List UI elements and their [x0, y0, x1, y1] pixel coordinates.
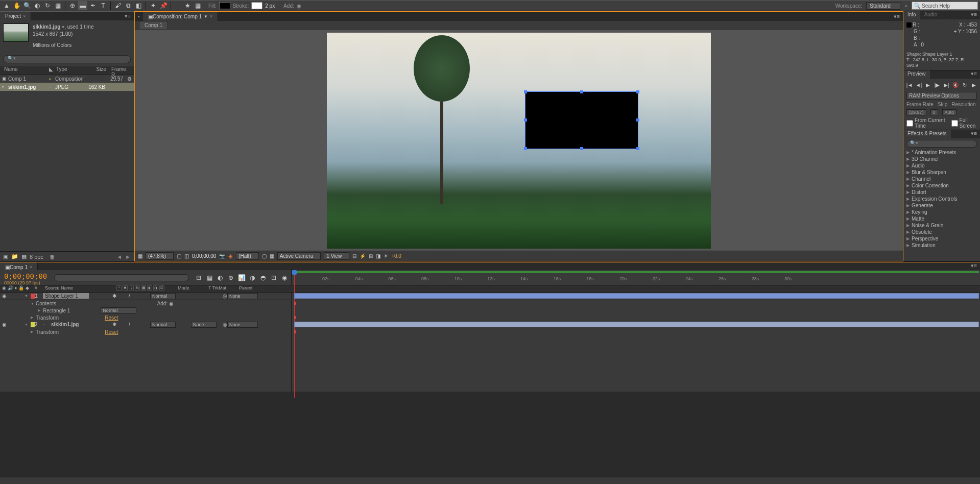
- project-row-image[interactable]: ▫ sikkim1.jpg ▪ JPEG 162 KB: [0, 83, 134, 91]
- switch-column-icon[interactable]: ⊡: [269, 273, 278, 282]
- alpha-icon[interactable]: ▦: [138, 253, 142, 259]
- project-search-input[interactable]: 🔍▾: [3, 55, 131, 63]
- label-icon[interactable]: ◆: [26, 285, 29, 291]
- timeline-icon[interactable]: ⊞: [369, 253, 373, 259]
- comp-subtab[interactable]: Comp 1: [139, 21, 168, 29]
- flowchart-icon[interactable]: ◨: [376, 253, 380, 259]
- info-tab[interactable]: Info: [903, 11, 920, 19]
- roto-tool-icon[interactable]: ✦: [149, 1, 158, 10]
- composition-tab[interactable]: ▣ Composition: Comp 1 ▼×: [143, 12, 218, 21]
- preview-tab[interactable]: Preview: [903, 70, 930, 79]
- orbit-tool-icon[interactable]: ◐: [33, 1, 42, 10]
- trkmat-dropdown[interactable]: None: [191, 322, 217, 328]
- ram-preview-icon[interactable]: ▶: [970, 81, 977, 88]
- effect-category[interactable]: ▶Obsolete: [903, 229, 980, 235]
- zoom-dropdown[interactable]: (47.8%): [146, 252, 174, 260]
- layer-row-2[interactable]: ◉ ▼ 2 ▫ sikkim1.jpg ✱/ Normal None ◎ Non…: [0, 321, 980, 328]
- first-frame-icon[interactable]: |◄: [906, 81, 913, 88]
- frame-blend-icon[interactable]: ▦: [205, 273, 214, 282]
- effect-category[interactable]: ▶Blur & Sharpen: [903, 169, 980, 176]
- exposure-value[interactable]: +0.0: [391, 253, 401, 259]
- effect-category[interactable]: ▶3D Channel: [903, 156, 980, 162]
- layer-duration-bar[interactable]: [294, 322, 979, 327]
- effect-category[interactable]: ▶Expression Controls: [903, 196, 980, 202]
- last-frame-icon[interactable]: ▶|: [943, 81, 950, 88]
- stroke-swatch[interactable]: [251, 2, 262, 9]
- mute-icon[interactable]: 🔇: [952, 81, 959, 88]
- reset-exposure-icon[interactable]: ☀: [384, 253, 388, 259]
- project-row-comp[interactable]: ▣ Comp 1 ▪ Composition 29.97 ⚙: [0, 75, 134, 83]
- parent-pick-icon[interactable]: ◎: [223, 322, 227, 327]
- res-dropdown[interactable]: Auto: [942, 109, 957, 115]
- audio-tab[interactable]: Audio: [920, 11, 942, 19]
- project-tab[interactable]: Project×: [0, 12, 31, 21]
- time-display[interactable]: 0;00;00;00: [192, 253, 216, 259]
- clone-tool-icon[interactable]: ⧉: [124, 1, 133, 10]
- prev-frame-icon[interactable]: ◄|: [915, 81, 922, 88]
- loop-icon[interactable]: ↻: [961, 81, 968, 88]
- panel-menu-icon[interactable]: ▾≡: [891, 13, 903, 20]
- effects-tab[interactable]: Effects & Presets: [903, 130, 951, 138]
- channel-icon[interactable]: ◉: [228, 253, 233, 259]
- mask-icon[interactable]: ◫: [184, 253, 189, 259]
- draft3d-icon[interactable]: ⊟: [194, 273, 203, 282]
- time-ruler[interactable]: 02s04s06s08s10s12s14s16s18s20s22s24s26s2…: [291, 270, 980, 285]
- eraser-tool-icon[interactable]: ◧: [134, 1, 143, 10]
- canvas[interactable]: ✦: [327, 33, 711, 249]
- twirl-icon[interactable]: ▶: [38, 308, 43, 312]
- parent-dropdown[interactable]: None: [227, 322, 258, 328]
- twirl-icon[interactable]: ▼: [31, 302, 36, 305]
- parent-pick-icon[interactable]: ◎: [223, 293, 227, 299]
- safe-icon[interactable]: ▢: [177, 253, 181, 259]
- framerate-dropdown[interactable]: (29.97): [906, 109, 926, 115]
- settings-icon[interactable]: ⚙: [127, 76, 134, 82]
- puppet-tool-icon[interactable]: 📌: [159, 1, 168, 10]
- text-tool-icon[interactable]: T: [99, 1, 108, 10]
- add-menu-icon[interactable]: ◉: [169, 301, 174, 306]
- blend-mode-dropdown[interactable]: Normal: [150, 322, 176, 328]
- effect-category[interactable]: ▶* Animation Presets: [903, 149, 980, 156]
- twirl-icon[interactable]: ▼: [25, 323, 31, 326]
- view-dropdown[interactable]: 1 View: [324, 252, 349, 260]
- panel-menu-icon[interactable]: ▾≡: [968, 11, 980, 19]
- effect-category[interactable]: ▶Keying: [903, 209, 980, 215]
- setting-icon[interactable]: ◉: [280, 273, 289, 282]
- twirl-icon[interactable]: ▶: [31, 330, 36, 334]
- rect-mode-dropdown[interactable]: Normal: [101, 307, 136, 313]
- fullscreen-checkbox[interactable]: [951, 120, 958, 127]
- effect-category[interactable]: ▶Simulation: [903, 242, 980, 249]
- add-menu-icon[interactable]: ◉: [297, 3, 301, 9]
- effect-category[interactable]: ▶Generate: [903, 202, 980, 209]
- label-color[interactable]: [31, 322, 35, 327]
- anchor-point-icon[interactable]: ✦: [518, 138, 522, 145]
- grid-icon[interactable]: ▦: [193, 1, 202, 10]
- brush-tool-icon[interactable]: 🖌: [113, 1, 123, 10]
- camera-tool-icon[interactable]: ▦: [53, 1, 62, 10]
- effect-category[interactable]: ▶Distort: [903, 189, 980, 196]
- layer-row-1[interactable]: ◉ ▼ 1 Shape Layer 1 ✱/ Normal ◎ None: [0, 293, 980, 300]
- effects-search-input[interactable]: 🔍▾: [906, 140, 977, 148]
- chevron-icon[interactable]: »: [904, 3, 907, 9]
- comp-new-icon[interactable]: ▦: [21, 253, 27, 260]
- workspace-dropdown[interactable]: Standard: [866, 2, 900, 10]
- visibility-icon[interactable]: ◉: [2, 293, 7, 299]
- auto-keyframe-icon[interactable]: ◓: [258, 273, 268, 282]
- skip-dropdown[interactable]: 0: [930, 109, 938, 115]
- search-help-input[interactable]: 🔍 Search Help: [912, 2, 978, 10]
- blend-mode-dropdown[interactable]: Normal: [150, 293, 176, 299]
- reset-link[interactable]: Reset: [105, 315, 118, 321]
- snapshot-icon[interactable]: 📷: [219, 253, 225, 259]
- effect-category[interactable]: ▶Color Correction: [903, 182, 980, 189]
- bpc-toggle[interactable]: 8 bpc: [30, 254, 43, 260]
- label-color[interactable]: [31, 294, 35, 299]
- close-icon[interactable]: ×: [23, 14, 26, 19]
- pen-tool-icon[interactable]: ✒: [88, 1, 98, 10]
- shy-icon[interactable]: ◑: [248, 273, 257, 282]
- selection-tool-icon[interactable]: ▲: [2, 1, 11, 10]
- zoom-tool-icon[interactable]: 🔍: [22, 1, 32, 10]
- from-current-checkbox[interactable]: [906, 120, 913, 127]
- graph-icon[interactable]: 📊: [237, 273, 246, 282]
- effect-category[interactable]: ▶Perspective: [903, 235, 980, 242]
- rect-tool-icon[interactable]: ▬: [78, 1, 87, 10]
- visibility-icon[interactable]: ◉: [2, 322, 7, 327]
